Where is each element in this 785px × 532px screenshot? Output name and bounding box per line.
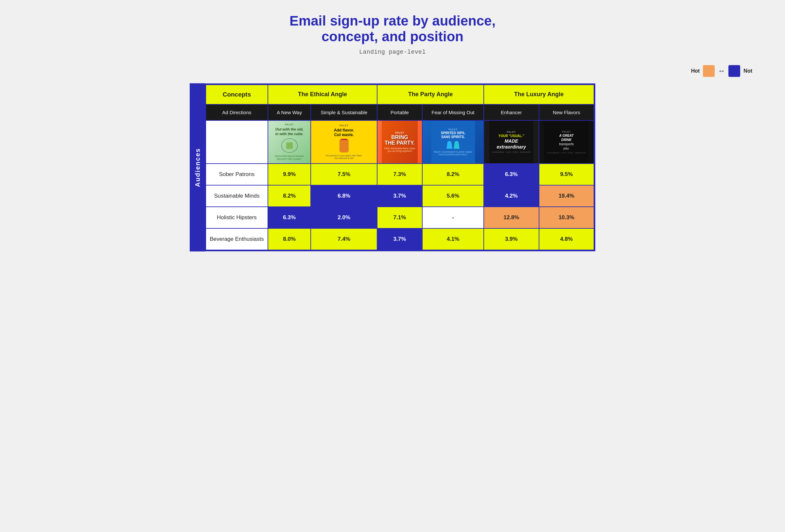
table-row: Beverage Enthusiasts8.0%7.4%3.7%4.1%3.9%…	[206, 228, 594, 250]
ad-direction-0: A New Way	[268, 104, 311, 121]
legend: Hot ↔ Not	[691, 65, 752, 77]
ad-direction-4: Enhancer	[484, 104, 539, 121]
audiences-axis-label: Audiences	[190, 83, 205, 252]
ad-image-cell-2: PALET BRINGTHE PARTY. Palet: dissolvable…	[377, 120, 422, 163]
ad-image-cell-1: PALET Add flavor.Cut waste. Put pizzazz …	[311, 120, 377, 163]
data-cell-1-2: 3.7%	[377, 185, 422, 207]
ad-direction-1: Simple & Sustainable	[311, 104, 377, 121]
data-cell-0-3: 8.2%	[422, 163, 484, 185]
table-container: Concepts The Ethical Angle The Party Ang…	[205, 83, 595, 252]
data-cell-0-1: 7.5%	[311, 163, 377, 185]
data-cell-3-4: 3.9%	[484, 228, 539, 250]
legend-arrow-icon: ↔	[718, 67, 725, 75]
ad-image-party-1: PALET BRINGTHE PARTY. Palet: dissolvable…	[377, 121, 422, 163]
images-row-label	[206, 120, 268, 163]
legend-hot-swatch	[703, 65, 715, 77]
data-table: Concepts The Ethical Angle The Party Ang…	[205, 84, 594, 251]
audience-label-3: Beverage Enthusiasts	[206, 228, 268, 250]
ad-image-cell-5: PALET A GREATDRINKtransportsyou. GUANABA…	[539, 120, 594, 163]
concept-ethical-angle: The Ethical Angle	[268, 85, 377, 104]
table-row: Sober Patrons9.9%7.5%7.3%8.2%6.3%9.5%	[206, 163, 594, 185]
data-cell-2-3: -	[422, 207, 484, 228]
data-cell-3-0: 8.0%	[268, 228, 311, 250]
ad-images-row: PALET Out with the old,in with the cube.…	[206, 120, 594, 163]
ad-direction-3: Fear of Missing Out	[422, 104, 484, 121]
data-cell-3-1: 7.4%	[311, 228, 377, 250]
data-cell-1-4: 4.2%	[484, 185, 539, 207]
legend-not-swatch	[728, 65, 740, 77]
ad-image-luxury-2: PALET A GREATDRINKtransportsyou. GUANABA…	[539, 121, 594, 163]
data-cell-2-0: 6.3%	[268, 207, 311, 228]
ad-image-cell-3: PALET SPIRITED SIPS,SANS SPIRITS. PALET:…	[422, 120, 484, 163]
table-row: Sustainable Minds8.2%6.8%3.7%5.6%4.2%19.…	[206, 185, 594, 207]
data-cell-2-5: 10.3%	[539, 207, 594, 228]
concept-luxury-angle: The Luxury Angle	[484, 85, 594, 104]
data-cell-0-5: 9.5%	[539, 163, 594, 185]
audience-label-1: Sustainable Minds	[206, 185, 268, 207]
ad-direction-5: New Flavors	[539, 104, 594, 121]
ad-image-ethical-1: PALET Out with the old,in with the cube.…	[268, 121, 311, 163]
data-cell-0-0: 9.9%	[268, 163, 311, 185]
audience-label-2: Holistic Hipsters	[206, 207, 268, 228]
ad-image-ethical-2: PALET Add flavor.Cut waste. Put pizzazz …	[311, 121, 377, 163]
ad-directions-label: Ad Directions	[206, 104, 268, 121]
data-cell-2-2: 7.1%	[377, 207, 422, 228]
title-line1: Email sign-up rate by audience,	[289, 13, 496, 28]
page-title: Email sign-up rate by audience, concept,…	[289, 13, 496, 45]
audience-label-0: Sober Patrons	[206, 163, 268, 185]
data-cell-3-2: 3.7%	[377, 228, 422, 250]
title-line2: concept, and position	[322, 29, 463, 44]
data-cell-1-1: 6.8%	[311, 185, 377, 207]
data-cell-1-0: 8.2%	[268, 185, 311, 207]
concepts-header-row: Concepts The Ethical Angle The Party Ang…	[206, 85, 594, 104]
table-row: Holistic Hipsters6.3%2.0%7.1%-12.8%10.3%	[206, 207, 594, 228]
concept-party-angle: The Party Angle	[377, 85, 484, 104]
data-cell-0-2: 7.3%	[377, 163, 422, 185]
ad-image-luxury-1: PALET YOUR "USUAL."MADEextraordinary GUA…	[484, 121, 538, 163]
legend-not-label: Not	[743, 68, 752, 74]
ad-direction-2: Portable	[377, 104, 422, 121]
data-cell-2-4: 12.8%	[484, 207, 539, 228]
concepts-label: Concepts	[206, 85, 268, 104]
data-cell-3-5: 4.8%	[539, 228, 594, 250]
page-subtitle: Landing page-level	[359, 49, 426, 55]
data-cell-2-1: 2.0%	[311, 207, 377, 228]
chart-wrapper: Audiences Concepts The Ethical Angle The…	[190, 83, 595, 252]
ad-image-cell-0: PALET Out with the old,in with the cube.…	[268, 120, 311, 163]
ad-image-party-2: PALET SPIRITED SIPS,SANS SPIRITS. PALET:…	[423, 121, 483, 163]
data-cell-1-3: 5.6%	[422, 185, 484, 207]
legend-hot-label: Hot	[691, 68, 700, 74]
ad-image-cell-4: PALET YOUR "USUAL."MADEextraordinary GUA…	[484, 120, 539, 163]
data-cell-0-4: 6.3%	[484, 163, 539, 185]
data-cell-3-3: 4.1%	[422, 228, 484, 250]
data-cell-1-5: 19.4%	[539, 185, 594, 207]
ad-directions-header-row: Ad Directions A New Way Simple & Sustain…	[206, 104, 594, 121]
